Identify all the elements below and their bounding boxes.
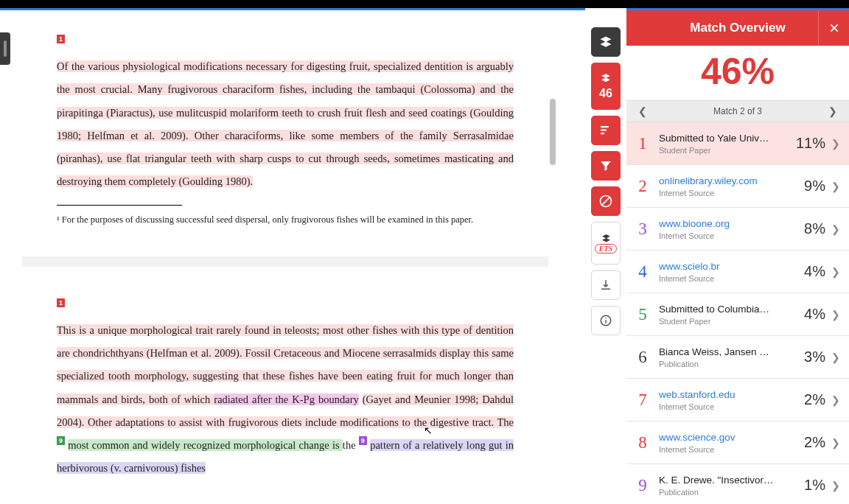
source-subtitle: Publication (659, 488, 793, 497)
source-info: Submitted to Columbia…Student Paper (659, 304, 793, 326)
source-subtitle: Internet Source (659, 231, 793, 240)
source-number: 8 (626, 433, 659, 452)
toolbar: 46 ETS (585, 8, 626, 504)
highlighted-text[interactable]: radiated after the K-Pg boundary (214, 393, 358, 405)
match-marker[interactable]: 1 (57, 298, 65, 307)
footnote-text: ¹ For the purposes of discussing success… (57, 213, 514, 227)
source-percent: 2% (793, 391, 831, 408)
scrollbar-track[interactable] (550, 40, 556, 475)
layers-icon (601, 73, 611, 85)
source-row[interactable]: 3www.bioone.orgInternet Source8%❯ (626, 208, 849, 251)
close-button[interactable] (818, 10, 849, 46)
chevron-right-icon[interactable]: ❯ (831, 394, 843, 406)
svg-line-4 (601, 197, 610, 206)
source-subtitle: Student Paper (659, 317, 793, 326)
info-button[interactable] (591, 306, 621, 335)
match-marker[interactable]: 9 (359, 436, 367, 445)
layers-button[interactable] (591, 27, 621, 57)
source-info: K. E. Drewe. "Insectivor…Publication (659, 475, 793, 497)
source-title: Submitted to Yale Univ… (659, 133, 792, 144)
match-nav: ❮ Match 2 of 3 ❯ (626, 100, 849, 122)
source-percent: 3% (793, 349, 831, 365)
source-number: 3 (626, 220, 659, 239)
match-marker[interactable]: 9 (57, 436, 65, 445)
source-row[interactable]: 8www.science.govInternet Source2%❯ (626, 421, 849, 464)
footnote-rule (57, 193, 182, 210)
ets-button[interactable]: ETS (591, 222, 621, 265)
main-row: 1 Of the various physiological modificat… (0, 8, 849, 504)
document-scroll[interactable]: 1 Of the various physiological modificat… (22, 10, 548, 504)
source-info: Submitted to Yale Univ…Student Paper (659, 133, 792, 155)
source-title: www.scielo.br (659, 261, 793, 272)
all-sources-button[interactable] (591, 116, 621, 145)
ets-label: ETS (595, 244, 617, 253)
next-match-button[interactable]: ❯ (824, 104, 842, 119)
source-subtitle: Publication (659, 360, 793, 368)
scrollbar-thumb[interactable] (550, 99, 556, 165)
exclude-button[interactable] (591, 186, 621, 216)
side-tab-handle[interactable] (0, 32, 10, 65)
document-page-1: 1 Of the various physiological modificat… (57, 10, 514, 256)
source-subtitle: Internet Source (659, 274, 793, 283)
source-info: www.science.govInternet Source (659, 432, 793, 454)
similarity-score-value: 46 (599, 87, 612, 100)
source-number: 6 (626, 348, 659, 367)
plain-text: the (343, 439, 359, 451)
source-row[interactable]: 2onlinelibrary.wiley.comInternet Source9… (626, 165, 849, 208)
source-info: www.scielo.brInternet Source (659, 261, 793, 283)
source-row[interactable]: 1Submitted to Yale Univ…Student Paper11%… (626, 122, 849, 165)
prev-match-button[interactable]: ❮ (634, 104, 651, 119)
similarity-score-button[interactable]: 46 (591, 63, 621, 110)
source-subtitle: Internet Source (659, 189, 793, 197)
source-title: Submitted to Columbia… (659, 304, 793, 315)
match-marker[interactable]: 1 (57, 35, 65, 43)
paragraph: 1 This is a unique morphological trait r… (57, 296, 514, 480)
chevron-right-icon[interactable]: ❯ (831, 223, 843, 235)
source-percent: 4% (793, 306, 831, 323)
match-position: Match 2 of 3 (713, 106, 762, 116)
panel-title: Match Overview (690, 21, 785, 35)
source-row[interactable]: 9K. E. Drewe. "Insectivor…Publication1%❯ (626, 464, 849, 504)
source-percent: 8% (793, 220, 831, 237)
chevron-right-icon[interactable]: ❯ (831, 437, 843, 449)
source-number: 4 (626, 262, 659, 281)
chevron-right-icon[interactable]: ❯ (831, 309, 843, 321)
source-number: 7 (626, 391, 659, 410)
source-title: Bianca Weiss, Jansen … (659, 346, 793, 357)
source-info: onlinelibrary.wiley.comInternet Source (659, 175, 793, 197)
source-percent: 9% (793, 178, 831, 195)
chevron-right-icon[interactable]: ❯ (831, 480, 843, 491)
chevron-right-icon[interactable]: ❯ (831, 351, 843, 363)
document-area: 1 Of the various physiological modificat… (0, 8, 585, 504)
page-separator (22, 256, 548, 267)
filter-button[interactable] (591, 151, 621, 181)
highlighted-text[interactable]: most common and widely recognized morpho… (68, 439, 343, 451)
svg-point-7 (605, 318, 607, 319)
chevron-right-icon[interactable]: ❯ (831, 266, 843, 278)
source-percent: 11% (792, 135, 831, 152)
source-percent: 4% (793, 263, 831, 280)
svg-rect-0 (601, 126, 609, 127)
source-percent: 2% (793, 434, 831, 451)
source-subtitle: Internet Source (659, 402, 793, 411)
paragraph: 1 Of the various physiological modificat… (57, 32, 514, 193)
source-row[interactable]: 6Bianca Weiss, Jansen …Publication3%❯ (626, 336, 849, 379)
highlighted-text[interactable]: Of the various physiological modificatio… (57, 60, 514, 187)
source-row[interactable]: 7web.stanford.eduInternet Source2%❯ (626, 379, 849, 421)
source-number: 2 (626, 177, 659, 196)
source-list[interactable]: 1Submitted to Yale Univ…Student Paper11%… (626, 122, 849, 504)
source-row[interactable]: 4www.scielo.brInternet Source4%❯ (626, 251, 849, 293)
chevron-right-icon[interactable]: ❯ (831, 181, 843, 192)
source-subtitle: Student Paper (659, 146, 792, 155)
source-number: 1 (626, 134, 659, 153)
source-info: www.bioone.orgInternet Source (659, 218, 793, 240)
source-number: 5 (626, 305, 659, 324)
source-title: K. E. Drewe. "Insectivor… (659, 475, 793, 486)
download-button[interactable] (591, 270, 621, 300)
chevron-right-icon[interactable]: ❯ (831, 138, 843, 150)
source-row[interactable]: 5Submitted to Columbia…Student Paper4%❯ (626, 293, 849, 336)
source-number: 9 (626, 476, 659, 495)
svg-rect-2 (601, 133, 604, 134)
match-overview-panel: Match Overview 46% ❮ Match 2 of 3 ❯ 1Sub… (626, 8, 849, 504)
source-subtitle: Internet Source (659, 445, 793, 454)
